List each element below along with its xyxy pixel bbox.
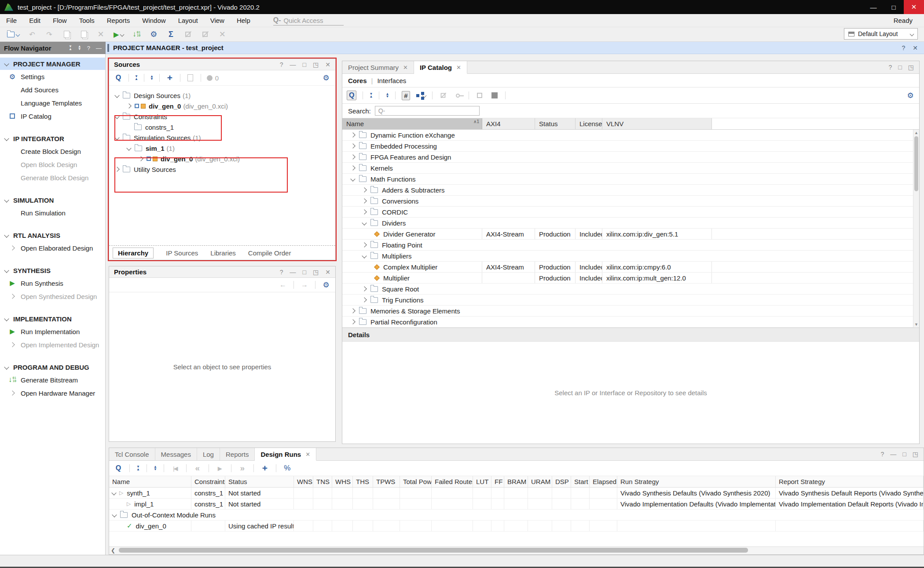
tab-hierarchy[interactable]: Hierarchy: [113, 248, 154, 259]
sidebar-section-synthesis[interactable]: SYNTHESIS: [0, 264, 105, 277]
help-icon[interactable]: ?: [280, 61, 283, 68]
menu-flow[interactable]: Flow: [47, 17, 73, 24]
ip-category-row[interactable]: Embedded Processing: [342, 141, 919, 152]
sidebar-section-project-manager[interactable]: PROJECT MANAGER: [0, 58, 105, 70]
column-header[interactable]: DSP: [552, 476, 571, 487]
help-icon[interactable]: ?: [889, 64, 892, 71]
maximize-panel-icon[interactable]: □: [303, 269, 306, 276]
column-header[interactable]: TPWS: [373, 476, 400, 487]
help-icon[interactable]: ?: [280, 269, 283, 276]
subtab-interfaces[interactable]: Interfaces: [377, 77, 406, 84]
tab-ip-sources[interactable]: IP Sources: [166, 249, 198, 257]
ip-category-row[interactable]: Memories & Storage Elements: [342, 306, 919, 317]
column-header[interactable]: FF: [491, 476, 504, 487]
float-panel-icon[interactable]: ◳: [313, 61, 319, 68]
tab-reports[interactable]: Reports: [220, 448, 255, 460]
sidebar-item-create-block-design[interactable]: Create Block Design: [0, 145, 105, 158]
close-tab-icon[interactable]: ✕: [305, 451, 310, 458]
table-row-impl-1[interactable]: ▷impl_1 constrs_1 Not started Vivado Imp…: [109, 499, 924, 510]
ip-catalog-search-input[interactable]: [375, 106, 480, 116]
create-runs-button[interactable]: +: [260, 463, 269, 473]
ip-category-row[interactable]: Dividers: [342, 218, 919, 229]
sidebar-item-generate-bitstream[interactable]: ↓0110Generate Bitstream: [0, 373, 105, 386]
sidebar-item-language-templates[interactable]: Language Templates: [0, 96, 105, 109]
scrollbar-thumb[interactable]: [119, 548, 748, 553]
column-header[interactable]: LUT: [473, 476, 491, 487]
ip-category-row[interactable]: Trig Functions: [342, 295, 919, 306]
step-forward-icon[interactable]: »: [238, 463, 247, 473]
collapse-all-icon[interactable]: ▼▲: [135, 75, 138, 80]
minimize-panel-icon[interactable]: —: [290, 61, 296, 68]
column-header-name[interactable]: Name∧1: [342, 118, 482, 129]
redo-icon[interactable]: ↷: [45, 29, 54, 39]
column-header[interactable]: WNS: [294, 476, 313, 487]
help-icon[interactable]: ?: [881, 451, 884, 458]
open-project-button[interactable]: [7, 29, 19, 39]
sidebar-section-rtl-analysis[interactable]: RTL ANALYSIS: [0, 229, 105, 241]
sidebar-item-open-hardware-manager[interactable]: Open Hardware Manager: [0, 386, 105, 400]
collapse-all-icon[interactable]: ▼▲: [69, 45, 72, 51]
expand-all-icon[interactable]: ▲▼: [78, 45, 81, 51]
scroll-left-icon[interactable]: ❮: [111, 547, 115, 554]
run-icon[interactable]: ▶: [216, 463, 224, 473]
float-panel-icon[interactable]: ◳: [913, 451, 918, 458]
horizontal-scrollbar[interactable]: ❮: [109, 546, 924, 554]
sidebar-item-open-elaborated-design[interactable]: Open Elaborated Design: [0, 241, 105, 255]
sidebar-item-run-simulation[interactable]: Run Simulation: [0, 206, 105, 219]
column-header[interactable]: Failed Routes: [432, 476, 473, 487]
sidebar-item-open-synthesized-design[interactable]: Open Synthesized Design: [0, 290, 105, 303]
cancel-disabled-icon[interactable]: ✕: [218, 29, 227, 39]
copy-icon[interactable]: [62, 29, 71, 39]
sidebar-item-settings[interactable]: ⚙Settings: [0, 70, 105, 83]
settings-gear-icon[interactable]: ⚙: [322, 280, 330, 290]
sidebar-item-run-synthesis[interactable]: ▶Run Synthesis: [0, 277, 105, 290]
column-header[interactable]: Elapsed: [590, 476, 617, 487]
column-header[interactable]: Total Power: [400, 476, 432, 487]
settings-gear-icon[interactable]: ⚙: [149, 29, 158, 39]
expand-all-icon[interactable]: ▲▼: [150, 75, 154, 80]
scrollbar-thumb[interactable]: [914, 136, 918, 191]
maximize-panel-icon[interactable]: □: [902, 451, 906, 458]
tree-row-sim-1[interactable]: sim_1(1): [109, 143, 335, 153]
vertical-scrollbar[interactable]: ▲ ▼: [913, 130, 919, 328]
menu-window[interactable]: Window: [136, 17, 172, 24]
menu-view[interactable]: View: [204, 17, 231, 24]
search-icon[interactable]: Q: [114, 463, 123, 473]
table-row-out-of-context[interactable]: Out-of-Context Module Runs: [109, 510, 924, 521]
menu-file[interactable]: File: [0, 17, 23, 24]
tab-ip-catalog[interactable]: IP Catalog✕: [414, 61, 467, 74]
help-icon[interactable]: ?: [87, 45, 90, 51]
edit-disabled-icon[interactable]: [201, 29, 209, 39]
filter-taxonomy-icon[interactable]: #: [402, 91, 410, 100]
ip-category-row[interactable]: Conversions: [342, 196, 919, 207]
expand-all-icon[interactable]: ▲▼: [154, 466, 157, 471]
ip-core-row-multiplier[interactable]: Multiplier Production Included xilinx.co…: [342, 273, 919, 284]
sidebar-section-program-and-debug[interactable]: PROGRAM AND DEBUG: [0, 361, 105, 373]
sidebar-section-implementation[interactable]: IMPLEMENTATION: [0, 313, 105, 325]
tab-libraries[interactable]: Libraries: [210, 249, 236, 257]
tab-tcl-console[interactable]: Tcl Console: [109, 448, 155, 460]
ip-category-row[interactable]: Math Functions: [342, 174, 919, 185]
ip-category-row[interactable]: Floating Point: [342, 240, 919, 251]
timing-disabled-icon[interactable]: [183, 29, 192, 39]
sidebar-item-generate-block-design[interactable]: Generate Block Design: [0, 171, 105, 184]
column-header[interactable]: Report Strategy: [776, 476, 924, 487]
ip-category-row[interactable]: CORDIC: [342, 207, 919, 218]
license-key-icon[interactable]: [454, 91, 462, 100]
close-panel-icon[interactable]: ✕: [325, 61, 330, 68]
column-header[interactable]: BRAM: [504, 476, 528, 487]
tree-row-sim-div-gen-0[interactable]: div_gen_0(div_gen_0.xci): [109, 153, 335, 164]
collapse-all-icon[interactable]: ▼▲: [136, 466, 140, 471]
ip-category-row[interactable]: Dynamic Function eXchange: [342, 130, 919, 141]
sidebar-item-run-implementation[interactable]: ▶Run Implementation: [0, 325, 105, 338]
table-row-div-gen-0[interactable]: ✓div_gen_0 Using cached IP results: [109, 521, 924, 532]
column-header[interactable]: Name: [109, 476, 191, 487]
close-workspace-icon[interactable]: ✕: [913, 44, 918, 51]
percent-utilization-icon[interactable]: %: [283, 463, 292, 473]
search-icon[interactable]: Q: [347, 91, 356, 100]
column-header[interactable]: THS: [353, 476, 373, 487]
minimize-button[interactable]: —: [863, 0, 884, 14]
ip-category-row[interactable]: Kernels: [342, 163, 919, 174]
sidebar-item-open-implemented-design[interactable]: Open Implemented Design: [0, 338, 105, 351]
close-button[interactable]: ✕: [904, 0, 924, 14]
